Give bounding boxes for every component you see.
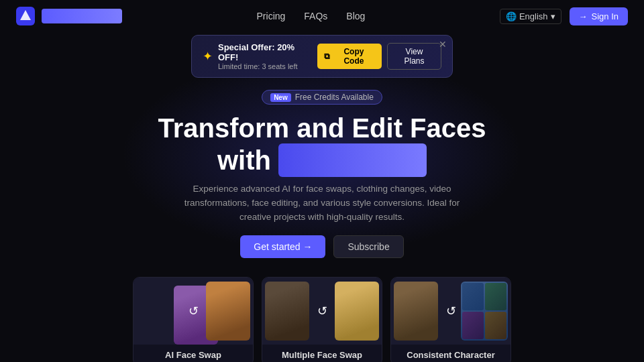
offer-title: Special Offer: 20% OFF! xyxy=(218,42,317,62)
close-icon[interactable]: ✕ xyxy=(439,40,447,49)
source-faces-image xyxy=(265,282,309,341)
sign-in-button[interactable]: → Sign In xyxy=(570,7,628,25)
view-plans-button[interactable]: View Plans xyxy=(387,43,441,70)
swap-arrow-icon: ↺ xyxy=(317,304,327,318)
star-icon: ✦ xyxy=(203,49,213,64)
get-started-button[interactable]: Get started → xyxy=(240,235,325,258)
promo-banner: ✦ Special Offer: 20% OFF! Limited time: … xyxy=(191,35,453,78)
subscribe-button[interactable]: Subscribe xyxy=(333,235,403,258)
char-thumb-2 xyxy=(485,283,506,310)
logo-name-bar xyxy=(42,9,122,23)
swap-arrow-icon: ↺ xyxy=(189,304,199,318)
feature-cards-row1: ↺ AI Face Swap ↺ Multiple Face Swap ↺ Co… xyxy=(0,266,644,362)
title-highlight xyxy=(278,143,427,177)
lang-label: English xyxy=(519,11,548,21)
banner-left: ✦ Special Offer: 20% OFF! Limited time: … xyxy=(203,42,317,70)
char-thumb-1 xyxy=(462,283,484,310)
hero-section: New Free Credits Available Transform and… xyxy=(0,78,644,266)
result-face-image xyxy=(206,282,250,341)
offer-subtitle: Limited time: 3 seats left xyxy=(218,62,317,70)
nav-faqs[interactable]: FAQs xyxy=(304,11,327,21)
char-thumb-3 xyxy=(462,312,484,339)
badge-text: Free Credits Available xyxy=(295,93,374,102)
banner-buttons: ⧉ Copy Code View Plans xyxy=(317,43,441,70)
nav-blog[interactable]: Blog xyxy=(346,11,365,21)
card-image-consistent-character: ↺ xyxy=(391,278,511,345)
nav-center: Pricing FAQs Blog xyxy=(257,11,366,21)
new-badge: New Free Credits Available xyxy=(262,90,382,105)
char-thumb-4 xyxy=(485,312,506,339)
swap-arrow-icon: ↺ xyxy=(446,304,456,318)
card-label-ai-face-swap: AI Face Swap xyxy=(133,345,253,362)
nav-right: 🌐 English ▾ → Sign In xyxy=(500,7,628,25)
card-image-ai-face-swap: ↺ xyxy=(133,278,253,345)
feature-card-consistent-character[interactable]: ↺ Consistent Character xyxy=(390,277,511,362)
hero-title: Transform and Edit Faces with xyxy=(0,113,644,177)
hero-subtitle: Experience advanced AI for face swaps, c… xyxy=(181,182,463,225)
language-selector[interactable]: 🌐 English ▾ xyxy=(500,9,561,24)
feature-card-ai-face-swap[interactable]: ↺ AI Face Swap xyxy=(133,277,254,362)
title-line1: Transform and Edit Faces xyxy=(158,113,486,143)
card-label-multiple-face-swap: Multiple Face Swap xyxy=(262,345,382,362)
nav-pricing[interactable]: Pricing xyxy=(257,11,286,21)
character-source-image xyxy=(394,282,438,341)
new-tag: New xyxy=(270,93,291,102)
copy-icon: ⧉ xyxy=(324,52,330,61)
nav-left xyxy=(16,7,122,25)
result-faces-image xyxy=(335,282,379,341)
logo-icon xyxy=(16,7,35,25)
navbar: Pricing FAQs Blog 🌐 English ▾ → Sign In xyxy=(0,0,644,32)
card-label-consistent-character: Consistent Character xyxy=(391,345,511,362)
title-with: with xyxy=(217,145,271,175)
feature-card-multiple-face-swap[interactable]: ↺ Multiple Face Swap xyxy=(262,277,382,362)
banner-text: Special Offer: 20% OFF! Limited time: 3 … xyxy=(218,42,317,70)
card-image-multiple-face-swap: ↺ xyxy=(262,278,382,345)
character-result-grid xyxy=(461,282,508,341)
chevron-down-icon: ▾ xyxy=(551,11,555,21)
sign-in-icon: → xyxy=(579,11,588,21)
globe-icon: 🌐 xyxy=(506,11,517,21)
hero-cta: Get started → Subscribe xyxy=(0,235,644,258)
copy-code-button[interactable]: ⧉ Copy Code xyxy=(317,44,382,69)
